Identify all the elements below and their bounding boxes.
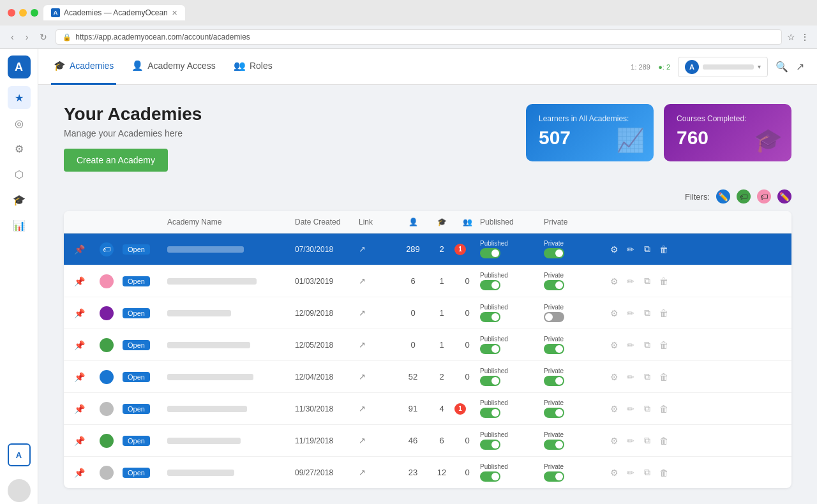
filter-blue[interactable]: ✏️	[716, 189, 730, 204]
delete-action-icon[interactable]: 🗑	[657, 436, 670, 446]
delete-action-icon[interactable]: 🗑	[657, 404, 670, 414]
external-link-icon[interactable]: ↗	[359, 468, 397, 477]
external-link-icon[interactable]: ↗	[359, 372, 397, 382]
external-link-icon[interactable]: ↗	[359, 404, 397, 413]
private-toggle[interactable]	[544, 408, 564, 418]
close-button[interactable]	[8, 9, 15, 17]
copy-action-icon[interactable]: ⧉	[641, 244, 654, 255]
external-link-icon[interactable]: ↗	[359, 436, 397, 445]
delete-action-icon[interactable]: 🗑	[657, 308, 670, 318]
refresh-button[interactable]: ↻	[36, 31, 50, 43]
private-toggle[interactable]	[544, 440, 564, 450]
external-link-icon[interactable]: ↗	[359, 244, 397, 254]
published-toggle[interactable]	[480, 344, 500, 354]
published-toggle[interactable]	[480, 312, 500, 322]
pin-icon[interactable]: 📌	[74, 276, 100, 286]
external-link-icon[interactable]: ↗	[359, 340, 397, 350]
external-link-icon[interactable]: ↗	[796, 61, 804, 73]
url-input[interactable]: 🔒 https://app.academyocean.com/account/a…	[56, 29, 782, 45]
col-alerts-icon: 👥	[454, 218, 480, 226]
external-link-icon[interactable]: ↗	[359, 276, 397, 286]
app-logo[interactable]: A	[8, 56, 31, 78]
sidebar-item-graduate[interactable]: 🎓	[8, 188, 31, 211]
edit-action-icon[interactable]: ✏	[624, 372, 637, 382]
tab-roles[interactable]: 👥 Roles	[231, 49, 275, 85]
browser-tab[interactable]: A Academies — AcademyOcean ✕	[43, 5, 185, 20]
delete-action-icon[interactable]: 🗑	[657, 244, 670, 255]
tab-academy-access[interactable]: 👤 Academy Access	[129, 49, 218, 85]
settings-action-icon[interactable]: ⚙	[608, 404, 620, 414]
private-toggle[interactable]	[544, 376, 564, 386]
minimize-button[interactable]	[19, 9, 27, 17]
delete-action-icon[interactable]: 🗑	[657, 372, 670, 382]
profile-dropdown[interactable]: A ▾	[678, 57, 768, 77]
private-toggle[interactable]	[544, 471, 564, 482]
tab-academies[interactable]: 🎓 Academies	[51, 49, 116, 85]
published-toggle[interactable]	[480, 376, 500, 386]
edit-action-icon[interactable]: ✏	[624, 244, 637, 255]
pin-icon[interactable]: 📌	[74, 340, 100, 350]
search-icon[interactable]: 🔍	[776, 61, 788, 73]
copy-action-icon[interactable]: ⧉	[641, 339, 654, 350]
copy-action-icon[interactable]: ⧉	[641, 276, 654, 286]
copy-action-icon[interactable]: ⧉	[641, 467, 654, 478]
sidebar-item-settings[interactable]: ⚙	[8, 137, 31, 160]
published-toggle[interactable]	[480, 408, 500, 418]
settings-action-icon[interactable]: ⚙	[608, 276, 620, 286]
pin-icon[interactable]: 📌	[74, 244, 100, 255]
copy-action-icon[interactable]: ⧉	[641, 371, 654, 382]
settings-action-icon[interactable]: ⚙	[608, 340, 620, 350]
edit-action-icon[interactable]: ✏	[624, 308, 637, 318]
sidebar-item-chart[interactable]: 📊	[8, 214, 31, 237]
settings-action-icon[interactable]: ⚙	[608, 372, 620, 382]
menu-icon[interactable]: ⋮	[800, 32, 809, 42]
private-toggle[interactable]	[544, 280, 564, 290]
browser-window: A Academies — AcademyOcean ✕ ‹ › ↻ 🔒 htt…	[0, 0, 817, 49]
external-link-icon[interactable]: ↗	[359, 308, 397, 318]
bookmark-icon[interactable]: ☆	[787, 32, 795, 42]
col-link: Link	[359, 218, 397, 226]
pin-icon[interactable]: 📌	[74, 372, 100, 382]
published-toggle[interactable]	[480, 471, 500, 482]
forward-button[interactable]: ›	[22, 31, 32, 43]
edit-action-icon[interactable]: ✏	[624, 436, 637, 446]
pin-icon[interactable]: 📌	[74, 436, 100, 446]
copy-action-icon[interactable]: ⧉	[641, 308, 654, 318]
copy-action-icon[interactable]: ⧉	[641, 435, 654, 446]
private-toggle-group: Private	[544, 304, 608, 322]
filter-pink[interactable]: 🏷	[757, 189, 771, 204]
back-button[interactable]: ‹	[8, 31, 17, 43]
edit-action-icon[interactable]: ✏	[624, 340, 637, 350]
sidebar-item-puzzle[interactable]: ⬡	[8, 163, 31, 186]
published-toggle[interactable]	[480, 280, 500, 290]
settings-action-icon[interactable]: ⚙	[608, 308, 620, 318]
published-toggle[interactable]	[480, 440, 500, 450]
sidebar-avatar[interactable]	[8, 479, 31, 502]
filter-purple[interactable]: ✏️	[777, 189, 791, 204]
edit-action-icon[interactable]: ✏	[624, 468, 637, 478]
delete-action-icon[interactable]: 🗑	[657, 276, 670, 286]
sidebar-item-star[interactable]: ★	[8, 86, 31, 109]
settings-action-icon[interactable]: ⚙	[608, 244, 620, 255]
settings-action-icon[interactable]: ⚙	[608, 468, 620, 478]
tab-close-icon[interactable]: ✕	[172, 9, 177, 17]
settings-action-icon[interactable]: ⚙	[608, 436, 620, 446]
pin-icon[interactable]: 📌	[74, 308, 100, 318]
edit-action-icon[interactable]: ✏	[624, 276, 637, 286]
maximize-button[interactable]	[31, 9, 38, 17]
private-toggle[interactable]	[544, 344, 564, 354]
delete-action-icon[interactable]: 🗑	[657, 468, 670, 478]
private-toggle[interactable]	[544, 248, 564, 258]
pin-icon[interactable]: 📌	[74, 404, 100, 414]
pin-icon[interactable]: 📌	[74, 468, 100, 478]
create-academy-button[interactable]: Create an Academy	[64, 149, 168, 172]
delete-action-icon[interactable]: 🗑	[657, 340, 670, 350]
edit-action-icon[interactable]: ✏	[624, 404, 637, 414]
sidebar-item-academy[interactable]: A	[8, 443, 31, 466]
copy-action-icon[interactable]: ⧉	[641, 403, 654, 414]
filter-green[interactable]: 🏷	[737, 189, 751, 204]
published-toggle[interactable]	[480, 248, 500, 258]
col-courses-icon: 🎓	[429, 218, 454, 226]
sidebar-item-compass[interactable]: ◎	[8, 112, 31, 135]
private-toggle[interactable]	[544, 312, 564, 322]
